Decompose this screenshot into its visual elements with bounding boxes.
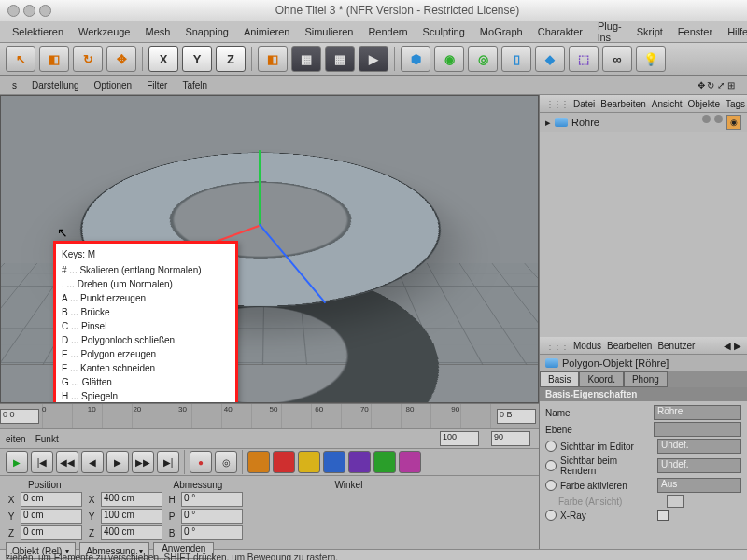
object-manager[interactable]: ▸ Röhre ◉ <box>540 113 747 337</box>
attr-menu-item[interactable]: Bearbeiten <box>607 341 652 351</box>
traffic-min-icon[interactable] <box>23 5 35 17</box>
timeline-end-field[interactable]: 0 B <box>497 409 536 424</box>
axis-x-toggle[interactable]: X <box>148 46 178 72</box>
popup-item[interactable]: E ... Polygon erzeugen <box>62 347 230 361</box>
next-frame-button[interactable]: ▶ <box>106 451 129 473</box>
primitive-sphere2-icon[interactable]: ◎ <box>468 46 498 72</box>
viewport-nav-icon[interactable]: ✥ ↻ ⤢ ⊞ <box>691 79 741 91</box>
menu-item[interactable]: Werkzeuge <box>72 24 136 39</box>
side-tab[interactable]: Funkt <box>35 434 59 444</box>
rect-select-icon[interactable]: ◧ <box>39 46 69 72</box>
attr-nav-icon[interactable]: ◀ ▶ <box>724 341 741 351</box>
tab-phong[interactable]: Phong <box>624 371 668 387</box>
grip-icon[interactable]: ⋮⋮⋮ <box>545 99 568 109</box>
key-pla-icon[interactable] <box>323 451 345 473</box>
tab-basis[interactable]: Basis <box>540 371 579 387</box>
popup-item[interactable]: H ... Spiegeln <box>62 389 230 403</box>
popup-item[interactable]: G ... Glätten <box>62 375 230 389</box>
popup-item[interactable]: # ... Skalieren (entlang Normalen) <box>62 263 230 277</box>
radio-icon[interactable] <box>545 510 557 521</box>
play-button[interactable]: ▶ <box>6 451 28 473</box>
primitive-sphere-icon[interactable]: ◉ <box>434 46 464 72</box>
submenu-item[interactable]: Darstellung <box>25 79 86 91</box>
radio-icon[interactable] <box>545 460 557 471</box>
deformer-icon[interactable]: ⬚ <box>569 46 599 72</box>
render-vis-dot-icon[interactable] <box>714 115 723 123</box>
autokey-button[interactable]: ◎ <box>215 451 237 473</box>
menu-item[interactable]: MoGraph <box>473 24 529 39</box>
key-pos-icon[interactable] <box>247 451 270 473</box>
popup-item[interactable]: A ... Punkt erzeugen <box>62 291 230 305</box>
xray-checkbox[interactable] <box>657 510 669 521</box>
menu-item[interactable]: Selektieren <box>6 24 70 39</box>
menu-item[interactable]: Skript <box>630 24 669 39</box>
key-scale-icon[interactable] <box>298 451 320 473</box>
timeline-start-field[interactable]: 0 0 <box>0 409 39 424</box>
tab-koord[interactable]: Koord. <box>579 371 623 387</box>
object-name[interactable]: Röhre <box>571 117 599 128</box>
rotate-tool-icon[interactable]: ↻ <box>73 46 103 72</box>
next-key-button[interactable]: ▶▶ <box>132 451 154 473</box>
axis-y-toggle[interactable]: Y <box>182 46 212 72</box>
om-menu-item[interactable]: Objekte <box>688 99 720 109</box>
popup-item[interactable]: F ... Kanten schneiden <box>62 361 230 375</box>
attr-menu-item[interactable]: Benutzer <box>657 341 695 351</box>
key-rot-icon[interactable] <box>273 451 295 473</box>
traffic-close-icon[interactable] <box>7 5 20 17</box>
grip-icon[interactable]: ⋮⋮⋮ <box>545 341 568 351</box>
primitive-cone-icon[interactable]: ◆ <box>535 46 565 72</box>
radio-icon[interactable] <box>545 441 557 452</box>
dim-x-field[interactable]: 400 cm <box>101 492 162 507</box>
timeline-cur-field[interactable]: 100 <box>440 431 479 446</box>
primitive-cyl-icon[interactable]: ▯ <box>501 46 531 72</box>
record-button[interactable]: ● <box>190 451 212 473</box>
disclosure-icon[interactable]: ▸ <box>545 117 551 129</box>
select-tool-icon[interactable]: ↖ <box>6 46 35 72</box>
object-row[interactable]: ▸ Röhre ◉ <box>540 113 747 132</box>
color-swatch[interactable] <box>667 495 684 508</box>
menu-item[interactable]: Snapping <box>178 24 235 39</box>
pos-y-field[interactable]: 0 cm <box>21 509 82 524</box>
menu-item[interactable]: Mesh <box>138 24 176 39</box>
menu-item[interactable]: Simulieren <box>298 24 359 39</box>
attr-visrender-dropdown[interactable]: Undef. <box>657 458 741 473</box>
move-tool-icon[interactable]: ✥ <box>106 46 136 72</box>
menu-item[interactable]: Animieren <box>237 24 297 39</box>
key-anim-icon[interactable] <box>374 451 396 473</box>
prev-frame-button[interactable]: ◀ <box>81 451 104 473</box>
om-menu-item[interactable]: Bearbeiten <box>600 99 645 109</box>
popup-item[interactable]: B ... Brücke <box>62 305 230 319</box>
cube-icon[interactable]: ◧ <box>258 46 288 72</box>
submenu-item[interactable]: Tafeln <box>176 79 214 91</box>
light-icon[interactable]: 💡 <box>636 46 666 72</box>
perspective-viewport[interactable]: ↖ Keys: M # ... Skalieren (entlang Norma… <box>0 95 539 403</box>
dim-y-field[interactable]: 100 cm <box>101 509 162 524</box>
menu-item[interactable]: Plug-ins <box>591 19 628 45</box>
attr-coloract-dropdown[interactable]: Aus <box>657 478 741 493</box>
radio-icon[interactable] <box>545 480 557 491</box>
pos-x-field[interactable]: 0 cm <box>21 492 82 507</box>
submenu-item[interactable]: s <box>6 79 23 91</box>
phong-tag-icon[interactable]: ◉ <box>726 115 741 130</box>
prev-key-button[interactable]: ◀◀ <box>56 451 78 473</box>
ang-h-field[interactable]: 0 ° <box>181 492 243 507</box>
attr-menu-item[interactable]: Modus <box>573 341 601 351</box>
timeline-max-field[interactable]: 90 <box>491 431 530 446</box>
film-icon[interactable]: ▶ <box>359 46 388 72</box>
om-menu-item[interactable]: Ansicht <box>652 99 683 109</box>
pos-z-field[interactable]: 0 cm <box>21 525 82 540</box>
menu-item[interactable]: Rendern <box>361 24 414 39</box>
ang-b-field[interactable]: 0 ° <box>181 525 243 540</box>
axis-z-toggle[interactable]: Z <box>216 46 246 72</box>
to-start-button[interactable]: |◀ <box>31 451 53 473</box>
timeline-ruler[interactable]: 0 10 20 30 40 50 60 70 80 90 <box>42 404 497 428</box>
menu-item[interactable]: Sculpting <box>416 24 472 39</box>
menu-item[interactable]: Hilfe <box>721 24 747 39</box>
attr-layer-field[interactable] <box>654 422 741 437</box>
attr-viseditor-dropdown[interactable]: Undef. <box>657 439 741 454</box>
key-param-icon[interactable] <box>348 451 371 473</box>
menu-item[interactable]: Fenster <box>671 24 719 39</box>
clapboard-icon[interactable]: ▦ <box>291 46 321 72</box>
axis-y-icon[interactable] <box>259 150 261 225</box>
popup-item[interactable]: C ... Pinsel <box>62 319 230 333</box>
